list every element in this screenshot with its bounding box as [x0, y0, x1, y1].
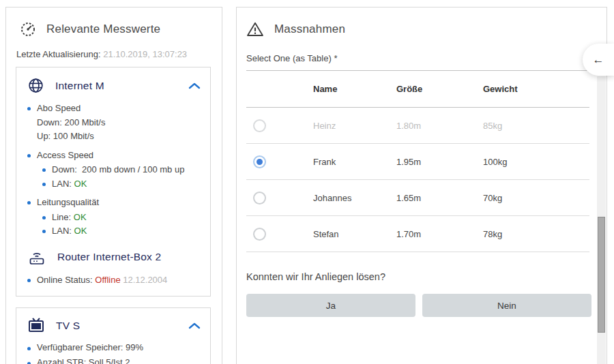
abo-speed-down: Down: 200 Mbit/s: [37, 116, 202, 130]
list-item-online-status: Online Status: Offline 12.12.2004: [27, 273, 202, 288]
cell-gewicht: 70kg: [483, 193, 589, 203]
radio-cell: [246, 228, 313, 241]
left-panel-header: Relevante Messwerte: [20, 21, 211, 37]
column-header-gewicht: Gewicht: [483, 84, 589, 94]
list-item-access-speed: Access Speed Down: 200 mb down / 100 mb …: [27, 149, 202, 192]
cell-groesse: 1.70m: [396, 229, 483, 239]
internet-section-title: Internet M: [55, 80, 104, 92]
quality-lan-status: OK: [74, 226, 87, 236]
chevron-up-icon[interactable]: [188, 82, 201, 89]
measures-table: Name Größe Gewicht Heinz 1.80m 85kg Fran…: [246, 70, 589, 252]
internet-measurements-list: Abo Speed Down: 200 Mbit/s Up: 100 Mbit/…: [27, 102, 202, 239]
tv-section: TV S Verfügbarer Speicher: 99% Anzahl ST…: [16, 307, 211, 364]
quality-lan-label: LAN:: [52, 226, 72, 236]
question-text: Konnten wir Ihr Anliegen lösen?: [246, 271, 606, 282]
collapse-panel-button[interactable]: ←: [583, 44, 614, 76]
cell-gewicht: 78kg: [483, 229, 589, 239]
scrollbar-thumb[interactable]: [598, 217, 605, 333]
cell-gewicht: 100kg: [483, 157, 589, 167]
page-title: Massnahmen: [274, 22, 345, 36]
cell-name: Stefan: [313, 229, 396, 239]
table-row[interactable]: Johannes 1.65m 70kg: [246, 180, 589, 216]
chevron-up-icon[interactable]: [188, 322, 201, 329]
table-row[interactable]: Frank 1.95m 100kg: [246, 144, 589, 180]
radio-button[interactable]: [253, 155, 266, 168]
online-status-label: Online Status:: [37, 275, 93, 285]
cell-groesse: 1.80m: [396, 121, 483, 131]
router-icon: [27, 248, 46, 266]
access-down-label: Down:: [52, 164, 77, 175]
radio-cell: [246, 155, 313, 168]
line-quality-label: Leitungsqualität: [37, 197, 99, 207]
radio-button[interactable]: [253, 228, 266, 241]
cell-name: Heinz: [313, 121, 396, 131]
cell-name: Frank: [313, 157, 396, 167]
page-title: Relevante Messwerte: [46, 22, 160, 36]
last-update-line: Letzte Aktualisierung: 21.10.2019, 13:07…: [16, 49, 211, 59]
radio-cell: [246, 192, 313, 204]
last-update-value: 21.10.2019, 13:07:23: [103, 49, 187, 59]
list-item-access-lan: LAN: OK: [42, 177, 202, 192]
select-one-label: Select One (as Table) *: [246, 53, 606, 63]
router-section-title: Router Internet-Box 2: [57, 251, 161, 263]
online-status-date: 12.12.2004: [123, 275, 167, 285]
list-item-stb: Anzahl STB: Soll 5/Ist 2: [27, 357, 202, 364]
access-speed-label: Access Speed: [37, 150, 93, 160]
list-item-line-quality: Leitungsqualität Line: OK LAN: OK: [27, 196, 202, 239]
access-lan-label: LAN:: [52, 179, 72, 189]
tv-icon: [27, 318, 45, 334]
cell-groesse: 1.65m: [396, 193, 483, 203]
tv-section-header[interactable]: TV S: [27, 316, 202, 335]
no-button[interactable]: Nein: [422, 294, 591, 317]
internet-section: Internet M Abo Speed Down: 200 Mbit/s Up…: [16, 67, 211, 297]
online-status-value: Offline: [95, 275, 120, 285]
internet-section-header[interactable]: Internet M: [27, 76, 202, 95]
last-update-label: Letzte Aktualisierung:: [16, 49, 101, 59]
yes-button[interactable]: Ja: [246, 294, 415, 317]
table-header-row: Name Größe Gewicht: [246, 70, 589, 108]
abo-speed-up: Up: 100 Mbit/s: [37, 130, 202, 144]
relevante-messwerte-panel: Relevante Messwerte Letzte Aktualisierun…: [5, 7, 222, 364]
cell-name: Johannes: [313, 193, 396, 203]
access-speed-sublist: Down: 200 mb down / 100 mb up LAN: OK: [42, 163, 202, 191]
radio-button[interactable]: [253, 192, 266, 204]
abo-speed-label: Abo Speed: [37, 103, 81, 113]
router-status-list: Online Status: Offline 12.12.2004: [27, 273, 202, 288]
right-panel-header: Massnahmen: [246, 21, 606, 37]
table-row[interactable]: Stefan 1.70m 78kg: [246, 216, 589, 252]
access-lan-status: OK: [74, 179, 87, 189]
answer-buttons: Ja Nein: [246, 294, 591, 317]
radio-cell: [246, 119, 313, 132]
cell-groesse: 1.95m: [396, 157, 483, 167]
massnahmen-panel: Massnahmen Select One (as Table) * Name …: [236, 7, 607, 364]
router-section-header: Router Internet-Box 2: [27, 247, 202, 267]
line-quality-sublist: Line: OK LAN: OK: [42, 211, 202, 239]
table-row[interactable]: Heinz 1.80m 85kg: [246, 108, 589, 144]
tv-measurements-list: Verfügbarer Speicher: 99% Anzahl STB: So…: [27, 342, 202, 364]
list-item-speicher: Verfügbarer Speicher: 99%: [27, 342, 202, 354]
radio-button[interactable]: [253, 119, 266, 132]
list-item-quality-lan: LAN: OK: [42, 224, 202, 239]
column-header-groesse: Größe: [396, 84, 483, 94]
list-item-access-down: Down: 200 mb down / 100 mb up: [42, 163, 202, 177]
column-header-name: Name: [313, 84, 396, 94]
measures-table-rows: Heinz 1.80m 85kg Frank 1.95m 100kg Johan…: [246, 108, 589, 252]
gauge-icon: [20, 21, 36, 37]
globe-icon: [27, 77, 44, 94]
list-item-abo-speed: Abo Speed Down: 200 Mbit/s Up: 100 Mbit/…: [27, 102, 202, 144]
arrow-left-icon: ←: [593, 53, 604, 67]
quality-line-status: OK: [74, 212, 87, 222]
access-down-value: 200 mb down / 100 mb up: [82, 164, 184, 175]
quality-line-label: Line:: [52, 212, 71, 222]
warning-icon: [246, 21, 264, 37]
scrollbar-track[interactable]: [597, 76, 606, 364]
cell-gewicht: 85kg: [483, 121, 589, 131]
list-item-quality-line: Line: OK: [42, 211, 202, 225]
tv-section-title: TV S: [56, 320, 80, 332]
